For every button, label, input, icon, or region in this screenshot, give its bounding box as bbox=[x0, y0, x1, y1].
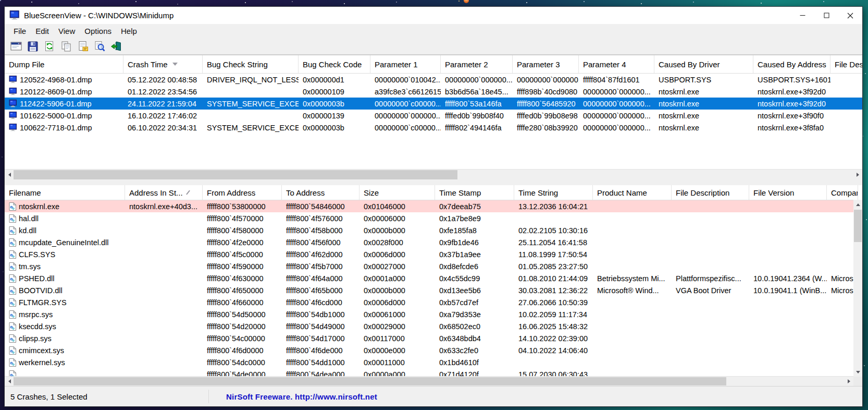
cell-filename: kd.dll bbox=[5, 224, 125, 236]
title-bar[interactable]: BlueScreenView - C:\WINDOWS\Minidump bbox=[5, 7, 862, 24]
column-header-to-address[interactable]: To Address bbox=[282, 185, 359, 200]
scroll-left-icon[interactable] bbox=[5, 377, 14, 386]
column-header-bug-check-code[interactable]: Bug Check Code bbox=[299, 55, 370, 73]
cell-product-name bbox=[593, 296, 672, 308]
cell-from-address: fffff800`4f650000 bbox=[203, 284, 282, 296]
save-button[interactable] bbox=[26, 40, 40, 53]
column-label: Bug Check String bbox=[207, 60, 268, 69]
table-row[interactable]: 100622-7718-01.dmp06.10.2022 20:34:31SYS… bbox=[5, 122, 862, 134]
menu-item-options[interactable]: Options bbox=[80, 25, 116, 37]
column-header-time-stamp[interactable]: Time Stamp bbox=[435, 185, 514, 200]
column-header-caused-by-address[interactable]: Caused By Address bbox=[753, 55, 830, 73]
wallpaper-stars bbox=[0, 0, 1, 1]
column-header-company[interactable]: Company bbox=[827, 185, 858, 200]
maximize-button[interactable] bbox=[814, 7, 838, 24]
app-icon bbox=[9, 10, 20, 20]
scroll-up-icon[interactable] bbox=[853, 200, 862, 209]
cell-time-string bbox=[514, 356, 593, 368]
lower-horizontal-scrollbar[interactable] bbox=[5, 376, 853, 386]
column-header-product-name[interactable]: Product Name bbox=[593, 185, 672, 200]
table-row[interactable]: fffff800`54de0000fffff800`54dea0000x0000… bbox=[5, 368, 862, 377]
table-row[interactable]: cmimcext.sysfffff800`4f6d0000fffff800`4f… bbox=[5, 344, 862, 356]
cell-text: fffff800`54d50000 bbox=[207, 310, 266, 319]
cell-size: 0x0000b000 bbox=[359, 224, 435, 236]
table-row[interactable]: CLFS.SYSfffff800`4f5c0000fffff800`4f62d0… bbox=[5, 248, 862, 260]
table-row[interactable]: 120522-4968-01.dmp05.12.2022 00:48:58DRI… bbox=[5, 74, 862, 86]
cell-text: SYSTEM_SERVICE_EXCEP... bbox=[207, 100, 299, 108]
table-row[interactable]: 112422-5906-01.dmp24.11.2022 21:59:04SYS… bbox=[5, 98, 862, 110]
cell-caused-by-address: ntoskrnl.exe+3f8fa0 bbox=[753, 122, 830, 134]
nirsoft-link[interactable]: NirSoft Freeware. http://www.nirsoft.net bbox=[226, 392, 377, 401]
column-header-file-description[interactable]: File Description bbox=[830, 55, 862, 73]
cell-text: SYSTEM_SERVICE_EXCEP... bbox=[207, 124, 299, 132]
lower-vscroll-thumb[interactable] bbox=[854, 210, 862, 242]
column-header-dump-file[interactable]: Dump File bbox=[5, 55, 123, 73]
column-header-parameter-2[interactable]: Parameter 2 bbox=[441, 55, 513, 73]
column-header-file-description[interactable]: File Description bbox=[672, 185, 749, 200]
cell-text: 01.12.2022 23:54:56 bbox=[128, 88, 197, 96]
upper-horizontal-scrollbar[interactable] bbox=[5, 169, 862, 180]
table-row[interactable]: tm.sysfffff800`4f590000fffff800`4f5b7000… bbox=[5, 260, 862, 272]
save-icon bbox=[27, 40, 39, 53]
cell-file-version bbox=[749, 236, 827, 248]
column-header-file-version[interactable]: File Version bbox=[749, 185, 827, 200]
scroll-right-icon[interactable] bbox=[845, 377, 853, 386]
copy-button[interactable] bbox=[59, 40, 73, 53]
cell-from-address: fffff800`4f5c0000 bbox=[203, 248, 282, 260]
column-header-caused-by-driver[interactable]: Caused By Driver bbox=[654, 55, 753, 73]
table-row[interactable]: FLTMGR.SYSfffff800`4f660000fffff800`4f6c… bbox=[5, 296, 862, 308]
table-row[interactable]: hal.dllfffff800`4f570000fffff800`4f57600… bbox=[5, 212, 862, 224]
column-header-crash-time[interactable]: Crash Time bbox=[123, 55, 203, 73]
column-header-parameter-1[interactable]: Parameter 1 bbox=[370, 55, 441, 73]
table-row[interactable]: clipsp.sysfffff800`54c00000fffff800`54d1… bbox=[5, 332, 862, 344]
exit-button[interactable] bbox=[109, 40, 123, 53]
column-header-address-in-st[interactable]: Address In St... bbox=[125, 185, 203, 200]
minimize-button[interactable] bbox=[790, 7, 814, 24]
column-header-time-string[interactable]: Time String bbox=[514, 185, 593, 200]
lower-vertical-scrollbar[interactable] bbox=[853, 200, 862, 377]
menu-item-help[interactable]: Help bbox=[116, 25, 142, 37]
scroll-right-icon[interactable] bbox=[853, 170, 862, 180]
upper-hscroll-thumb[interactable] bbox=[14, 170, 457, 179]
table-row[interactable]: 120122-8609-01.dmp01.12.2022 23:54:560x0… bbox=[5, 86, 862, 98]
column-header-filename[interactable]: Filename bbox=[5, 185, 125, 200]
column-header-size[interactable]: Size bbox=[359, 185, 435, 200]
cell-to-address: fffff800`54dd1000 bbox=[282, 356, 359, 368]
table-row[interactable]: werkernel.sysfffff800`54dc0000fffff800`5… bbox=[5, 356, 862, 368]
properties-button[interactable] bbox=[76, 40, 90, 53]
table-row[interactable]: BOOTVID.dllfffff800`4f650000fffff800`4f6… bbox=[5, 284, 862, 296]
find-button[interactable] bbox=[93, 40, 106, 53]
close-button[interactable] bbox=[838, 7, 862, 24]
column-header-from-address[interactable]: From Address bbox=[203, 185, 282, 200]
menu-item-file[interactable]: File bbox=[9, 25, 31, 37]
table-row[interactable]: ntoskrnl.exentoskrnl.exe+40d3...fffff800… bbox=[5, 200, 862, 212]
cell-from-address: fffff800`54d20000 bbox=[203, 320, 282, 332]
column-label: File Version bbox=[753, 188, 794, 197]
column-header-bug-check-string[interactable]: Bug Check String bbox=[203, 55, 299, 73]
cell-file-description bbox=[672, 212, 749, 224]
lower-hscroll-thumb[interactable] bbox=[14, 377, 726, 385]
column-header-parameter-3[interactable]: Parameter 3 bbox=[513, 55, 579, 73]
cell-text: fffff800`56485920 bbox=[517, 100, 576, 108]
cell-text: fffff800`4f64a000 bbox=[286, 274, 343, 283]
scroll-left-icon[interactable] bbox=[5, 170, 14, 180]
table-row[interactable]: ksecdd.sysfffff800`54d20000fffff800`54d4… bbox=[5, 320, 862, 332]
column-header-parameter-4[interactable]: Parameter 4 bbox=[579, 55, 654, 73]
table-row[interactable]: msrpc.sysfffff800`54d50000fffff800`54db1… bbox=[5, 308, 862, 320]
cell-file-version: 10.0.19041.2364 (W... bbox=[749, 272, 827, 284]
report-window-button[interactable] bbox=[9, 40, 23, 53]
menu-item-view[interactable]: View bbox=[54, 25, 80, 37]
refresh-button[interactable] bbox=[43, 40, 56, 53]
pane-splitter[interactable] bbox=[5, 180, 862, 185]
menu-item-edit[interactable]: Edit bbox=[31, 25, 54, 37]
table-row[interactable]: mcupdate_GenuineIntel.dllfffff800`4f2e00… bbox=[5, 236, 862, 248]
table-row[interactable]: PSHED.dllfffff800`4f630000fffff800`4f64a… bbox=[5, 272, 862, 284]
cell-time-stamp: 0x6348bdb4 bbox=[435, 332, 514, 344]
table-row[interactable]: kd.dllfffff800`4f580000fffff800`4f58b000… bbox=[5, 224, 862, 236]
cell-text: fffff800`4f660000 bbox=[207, 298, 264, 307]
cell-text: fffff804`87fd1601 bbox=[583, 76, 640, 84]
scroll-down-icon[interactable] bbox=[853, 368, 862, 377]
cell-text: CLFS.SYS bbox=[19, 250, 55, 259]
cell-parameter-2: b3b6d56a`18e45... bbox=[441, 86, 513, 98]
table-row[interactable]: 101622-5000-01.dmp16.10.2022 17:46:020x0… bbox=[5, 110, 862, 122]
